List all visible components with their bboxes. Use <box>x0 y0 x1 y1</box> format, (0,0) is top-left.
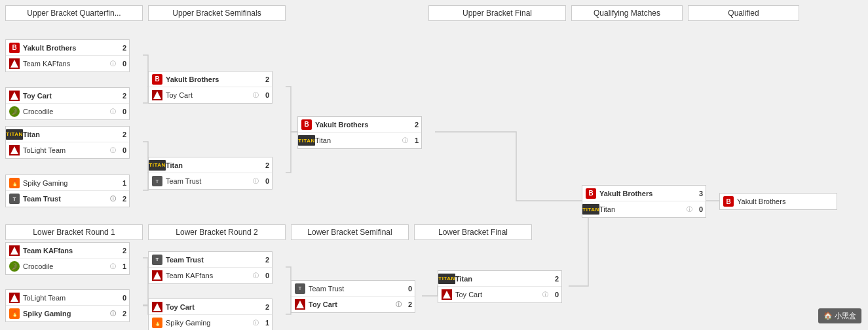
info-icon[interactable]: ⓘ <box>110 195 116 203</box>
logo-spiky: 🔥 <box>9 177 20 189</box>
match-lbr2-1: T Team Trust 2 Team KAFfans ⓘ 0 <box>148 251 273 284</box>
logo-toycart <box>441 289 453 300</box>
info-icon[interactable]: ⓘ <box>110 60 116 68</box>
info-icon[interactable]: ⓘ <box>687 205 692 214</box>
team-name: Toy Cart <box>166 303 259 311</box>
match-uqf-2-team2[interactable]: 🐊 Crocodile ⓘ 0 <box>6 104 129 119</box>
match-lbr1-1: Team KAFfans 2 🐊 Crocodile ⓘ 1 <box>5 242 130 275</box>
match-lbsf-1-team2[interactable]: Toy Cart ⓘ 2 <box>292 297 415 312</box>
team-score: 2 <box>119 92 126 100</box>
team-score: 2 <box>119 44 126 52</box>
info-icon[interactable]: ⓘ <box>253 177 259 186</box>
match-uqf-1: B Yakult Brothers 2 Team KAFfans ⓘ 0 <box>5 39 130 72</box>
info-icon[interactable]: ⓘ <box>253 91 259 100</box>
info-icon[interactable]: ⓘ <box>253 272 259 280</box>
match-uqf-3-team1[interactable]: TITAN Titan 2 <box>6 127 129 142</box>
logo-kaffans <box>9 245 20 257</box>
info-icon[interactable]: ⓘ <box>396 300 402 309</box>
watermark-text: 小黑盒 <box>835 312 856 320</box>
qualified-team-1[interactable]: B Yakult Brothers <box>720 194 837 209</box>
label-upper-qf: Upper Bracket Quarterfin... <box>5 5 143 21</box>
stage-labels-top: Upper Bracket Quarterfin... Upper Bracke… <box>5 5 863 21</box>
team-name: ToLight Team <box>23 146 109 154</box>
team-name: Crocodile <box>23 262 109 270</box>
logo-trust: T <box>9 193 20 205</box>
info-icon[interactable]: ⓘ <box>110 108 116 116</box>
match-uqf-4: 🔥 Spiky Gaming 1 T Team Trust ⓘ 2 <box>5 175 130 207</box>
team-name: Yakult Brothers <box>315 121 408 129</box>
team-name: Yakult Brothers <box>166 75 259 83</box>
info-icon[interactable]: ⓘ <box>110 310 116 318</box>
match-lbf-1-team2[interactable]: Toy Cart ⓘ 0 <box>438 287 561 302</box>
team-name: Titan <box>166 161 259 169</box>
logo-kaffans <box>9 58 20 70</box>
team-name: Titan <box>23 131 116 138</box>
team-name: Toy Cart <box>166 91 252 99</box>
team-score: 0 <box>261 272 269 279</box>
logo-yakult: B <box>151 73 163 85</box>
logo-titan: TITAN <box>441 273 453 285</box>
logo-titan: TITAN <box>151 159 163 171</box>
info-icon[interactable]: ⓘ <box>402 136 408 145</box>
watermark: 🏠 小黑盒 <box>818 308 861 323</box>
team-name: ToLight Team <box>23 294 116 302</box>
match-lbf-1-team1[interactable]: TITAN Titan 2 <box>438 271 561 287</box>
logo-trust: T <box>151 175 163 187</box>
match-usf-1-team2[interactable]: Toy Cart ⓘ 0 <box>149 87 272 103</box>
info-icon[interactable]: ⓘ <box>542 291 548 299</box>
match-lbr2-1-team2[interactable]: Team KAFfans ⓘ 0 <box>149 268 272 283</box>
match-uf-1-team2[interactable]: TITAN Titan ⓘ 1 <box>298 133 421 148</box>
match-lbf-1: TITAN Titan 2 Toy Cart ⓘ 0 <box>438 270 562 303</box>
team-name: Titan <box>599 205 685 213</box>
match-uf-1-team1[interactable]: B Yakult Brothers 2 <box>298 117 421 133</box>
team-score: 0 <box>119 60 126 68</box>
match-lbsf-1: T Team Trust 0 Toy Cart ⓘ 2 <box>291 280 415 313</box>
team-name: Team Trust <box>166 177 252 185</box>
match-qual-1-team1[interactable]: B Yakult Brothers 3 <box>582 186 706 201</box>
label-lbf: Lower Bracket Final <box>414 224 532 240</box>
match-lbr2-2-team2[interactable]: 🔥 Spiky Gaming ⓘ 1 <box>149 315 272 330</box>
match-lbr1-1-team2[interactable]: 🐊 Crocodile ⓘ 1 <box>6 258 129 274</box>
info-icon[interactable]: ⓘ <box>253 319 259 327</box>
match-lbsf-1-team1[interactable]: T Team Trust 0 <box>292 281 415 297</box>
match-uqf-1-team2[interactable]: Team KAFfans ⓘ 0 <box>6 56 129 72</box>
team-score: 2 <box>119 195 126 203</box>
match-usf-1: B Yakult Brothers 2 Toy Cart ⓘ 0 <box>148 71 273 104</box>
team-name: Yakult Brothers <box>599 190 692 197</box>
match-lbr2-2-team1[interactable]: Toy Cart 2 <box>149 299 272 315</box>
logo-toycart <box>9 90 20 102</box>
logo-trust: T <box>151 254 163 266</box>
team-score: 1 <box>119 262 126 270</box>
match-lbr1-2-team2[interactable]: 🔥 Spiky Gaming ⓘ 2 <box>6 306 129 321</box>
qualified-team: B Yakult Brothers <box>719 193 837 210</box>
match-uqf-1-team1[interactable]: B Yakult Brothers 2 <box>6 40 129 56</box>
match-lbr1-1-team1[interactable]: Team KAFfans 2 <box>6 243 129 258</box>
team-score: 0 <box>695 205 703 213</box>
team-name: Titan <box>455 275 548 283</box>
match-usf-2-team2[interactable]: T Team Trust ⓘ 0 <box>149 173 272 189</box>
label-qualified: Qualified <box>688 5 799 21</box>
team-score: 2 <box>119 310 126 318</box>
team-name: Team KAFfans <box>166 272 252 279</box>
match-lbr2-1-team1[interactable]: T Team Trust 2 <box>149 252 272 268</box>
team-name: Team KAFfans <box>23 247 116 255</box>
team-score: 1 <box>119 179 126 187</box>
info-icon[interactable]: ⓘ <box>110 146 116 155</box>
logo-spiky: 🔥 <box>9 308 20 320</box>
label-upper-final: Upper Bracket Final <box>428 5 566 21</box>
team-score: 0 <box>551 291 559 299</box>
match-uqf-3-team2[interactable]: ToLight Team ⓘ 0 <box>6 142 129 158</box>
match-uqf-2-team1[interactable]: Toy Cart 2 <box>6 88 129 104</box>
match-lbr1-2-team1[interactable]: ToLight Team 0 <box>6 290 129 306</box>
info-icon[interactable]: ⓘ <box>110 262 116 271</box>
match-uqf-2: Toy Cart 2 🐊 Crocodile ⓘ 0 <box>5 87 130 120</box>
match-qual-1-team2[interactable]: TITAN Titan ⓘ 0 <box>582 201 706 217</box>
team-score: 0 <box>119 146 126 154</box>
logo-yakult: B <box>301 119 312 131</box>
team-score: 0 <box>119 108 126 115</box>
match-usf-2-team1[interactable]: TITAN Titan 2 <box>149 157 272 173</box>
match-usf-1-team1[interactable]: B Yakult Brothers 2 <box>149 72 272 87</box>
connector-lines <box>5 24 868 330</box>
match-uqf-4-team1[interactable]: 🔥 Spiky Gaming 1 <box>6 175 129 191</box>
match-uqf-4-team2[interactable]: T Team Trust ⓘ 2 <box>6 191 129 207</box>
